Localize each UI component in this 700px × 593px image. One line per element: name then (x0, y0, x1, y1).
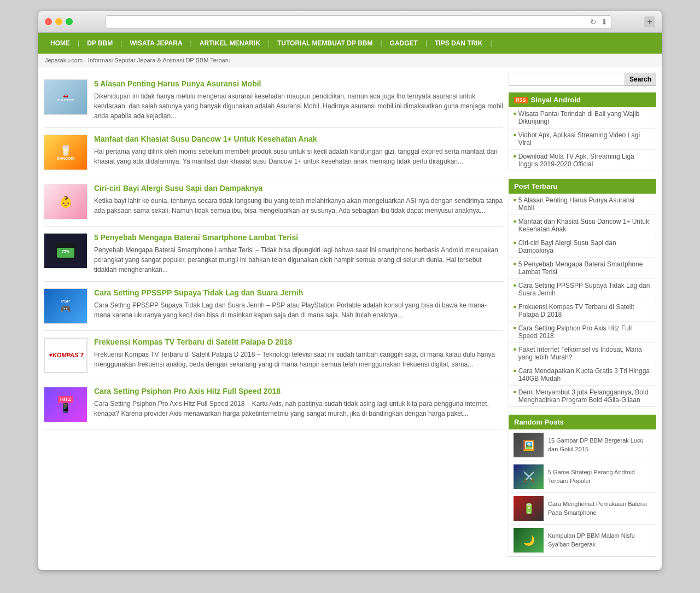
random-title[interactable]: 5 Game Strategi Perang Android Terbaru P… (548, 468, 651, 485)
sinyal-android-section: RSS Sinyal Android Wisata Pantai Terinda… (509, 92, 656, 171)
post-link-3[interactable]: Ciri-ciri Bayi Alergi Susu Sapi dan Damp… (518, 239, 651, 254)
article-content: Cara Setting Psiphon Pro Axis Hitz Full … (94, 387, 503, 418)
article-text: Penyebab Mengapa Baterai Smartphone Lamb… (94, 245, 503, 275)
list-item: Manfaat dan Khasiat Susu Dancow 1+ Untuk… (509, 215, 656, 236)
article-title[interactable]: Cara Setting Psiphon Pro Axis Hitz Full … (94, 387, 503, 396)
list-item: 5 Alasan Penting Harus Punya Asuransi Mo… (509, 194, 656, 215)
article-title[interactable]: Manfaat dan Khasiat Susu Dancow 1+ Untuk… (94, 135, 503, 143)
post-link-1[interactable]: 5 Alasan Penting Harus Punya Asuransi Mo… (518, 196, 651, 212)
random-thumb: 🌙 (514, 528, 544, 553)
browser-window: ↻ ⬇ + HOME | DP BBM | WISATA JEPARA | AR… (38, 11, 662, 570)
list-item: 5 Penyebab Mengapa Baterai Smartphone La… (509, 258, 656, 279)
article-text: Frekuensi Kompas TV Terbaru di Satelit P… (94, 350, 503, 369)
sinyal-link-3[interactable]: Download Mola TV Apk, Streaming Liga Ing… (518, 153, 651, 168)
article-title[interactable]: Cara Setting PPSSPP Supaya Tidak Lag dan… (94, 288, 503, 297)
article-thumb: 🚗 Insurance (44, 79, 88, 115)
random-post-item: 🖼️ 15 Gambar DP BBM Bergerak Lucu dan Go… (509, 429, 656, 461)
minimize-button[interactable] (55, 18, 62, 25)
url-bar[interactable]: ↻ ⬇ (106, 15, 611, 28)
sidebar: Search RSS Sinyal Android Wisata Pantai … (509, 73, 656, 565)
article-title[interactable]: 5 Penyebab Mengapa Baterai Smartphone La… (94, 233, 503, 242)
article-title[interactable]: 5 Alasan Penting Harus Punya Asuransi Mo… (94, 79, 503, 88)
article-item: HITZ 📱 Cara Setting Psiphon Pro Axis Hit… (44, 380, 503, 429)
post-terbaru-title: Post Terbaru (514, 182, 557, 190)
post-terbaru-header: Post Terbaru (509, 179, 656, 194)
random-posts-section: Random Posts 🖼️ 15 Gambar DP BBM Bergera… (509, 415, 656, 557)
rss-icon: RSS (514, 97, 528, 103)
new-tab-button[interactable]: + (644, 16, 655, 27)
article-title[interactable]: Frekuensi Kompas TV Terbaru di Satelit P… (94, 338, 503, 346)
nav-sep-7: | (490, 39, 492, 47)
random-title[interactable]: Cara Menghemat Pemakaian Baterai Pada Sm… (548, 500, 651, 517)
article-item: 🚗 Insurance 5 Alasan Penting Harus Punya… (44, 73, 503, 128)
nav-item-tutorial[interactable]: TUTORIAL MEMBUAT DP BBM (270, 33, 380, 54)
nav-item-wisata[interactable]: WISATA JEPARA (122, 33, 190, 54)
article-text: Dikehidupan ini tidak hanya melulu menge… (94, 91, 503, 121)
list-item: Cara Setting PPSSPP Supaya Tidak Lag dan… (509, 279, 656, 300)
post-terbaru-section: Post Terbaru 5 Alasan Penting Harus Puny… (509, 179, 656, 407)
download-icon[interactable]: ⬇ (601, 18, 608, 26)
random-posts-title: Random Posts (514, 418, 564, 426)
post-link-9[interactable]: Cara Mendapatkan Kuota Gratis 3 Tri Hing… (518, 367, 651, 382)
list-item: Demi Menyambut 3 juta Pelanggannya, Bold… (509, 386, 656, 406)
post-link-5[interactable]: Cara Setting PPSSPP Supaya Tidak Lag dan… (518, 282, 651, 297)
article-thumb: 75% (44, 233, 88, 269)
sinyal-android-header: RSS Sinyal Android (509, 92, 656, 107)
article-content: Frekuensi Kompas TV Terbaru di Satelit P… (94, 338, 503, 369)
article-title[interactable]: Ciri-ciri Bayi Alergi Susu Sapi dan Damp… (94, 184, 503, 193)
article-content: 5 Alasan Penting Harus Punya Asuransi Mo… (94, 79, 503, 121)
list-item: Vidhot Apk, Aplikasi Streaming Video Lag… (509, 129, 656, 150)
article-content: 5 Penyebab Mengapa Baterai Smartphone La… (94, 233, 503, 275)
post-link-8[interactable]: Paket Internet Telkomsel vs Indosat, Man… (518, 346, 651, 361)
url-bar-icons: ↻ ⬇ (590, 18, 608, 26)
breadcrumb: Jeparaku.com - Informasi Seputar Jepara … (38, 54, 662, 67)
article-text: Ketika bayi lahir ke dunia, tentunya sec… (94, 196, 503, 216)
article-thumb: 🥛 DANCOW (44, 135, 88, 170)
article-thumb: PSP 🎮 (44, 288, 88, 324)
post-terbaru-list: 5 Alasan Penting Harus Punya Asuransi Mo… (509, 194, 656, 407)
random-post-item: 🌙 Kumpulan DP BBM Malam Nisfu Sya'ban Be… (509, 525, 656, 556)
list-item: Download Mola TV Apk, Streaming Liga Ing… (509, 150, 656, 171)
article-thumb: HITZ 📱 (44, 387, 88, 422)
post-link-7[interactable]: Cara Setting Psiphon Pro Axis Hitz Full … (518, 324, 651, 340)
post-link-10[interactable]: Demi Menyambut 3 juta Pelanggannya, Bold… (518, 388, 651, 404)
article-text: Cara Setting PPSSPP Supaya Tidak Lag dan… (94, 300, 503, 320)
article-content: Manfaat dan Khasiat Susu Dancow 1+ Untuk… (94, 135, 503, 166)
random-post-item: ⚔️ 5 Game Strategi Perang Android Terbar… (509, 461, 656, 493)
maximize-button[interactable] (66, 18, 73, 25)
browser-titlebar: ↻ ⬇ + (38, 11, 662, 33)
random-thumb: 🖼️ (514, 433, 544, 457)
post-link-6[interactable]: Frekuensi Kompas TV Terbaru di Satelit P… (518, 303, 651, 318)
article-text: Hal pertama yang dilirik oleh moms sebel… (94, 147, 503, 166)
list-item: Wisata Pantai Terindah di Bali yang Waji… (509, 107, 656, 129)
article-text: Cara Setting Psiphon Pro Axis Hitz Full … (94, 399, 503, 418)
post-link-4[interactable]: 5 Penyebab Mengapa Baterai Smartphone La… (518, 260, 651, 276)
random-title[interactable]: Kumpulan DP BBM Malam Nisfu Sya'ban Berg… (548, 532, 651, 549)
random-posts-list: 🖼️ 15 Gambar DP BBM Bergerak Lucu dan Go… (509, 429, 656, 557)
sinyal-android-list: Wisata Pantai Terindah di Bali yang Waji… (509, 107, 656, 171)
random-title[interactable]: 15 Gambar DP BBM Bergerak Lucu dan Gokil… (548, 437, 651, 454)
nav-item-artikel[interactable]: ARTIKEL MENARIK (192, 33, 268, 54)
article-thumb: 👶 (44, 184, 88, 219)
nav-item-home[interactable]: HOME (43, 33, 78, 54)
site-wrapper: HOME | DP BBM | WISATA JEPARA | ARTIKEL … (38, 33, 662, 570)
post-link-2[interactable]: Manfaat dan Khasiat Susu Dancow 1+ Untuk… (518, 218, 651, 233)
search-input[interactable] (509, 73, 625, 86)
article-item: 👶 Ciri-ciri Bayi Alergi Susu Sapi dan Da… (44, 177, 503, 226)
article-item: PSP 🎮 Cara Setting PPSSPP Supaya Tidak L… (44, 282, 503, 331)
sinyal-link-2[interactable]: Vidhot Apk, Aplikasi Streaming Video Lag… (518, 131, 651, 147)
sinyal-link-1[interactable]: Wisata Pantai Terindah di Bali yang Waji… (518, 110, 651, 125)
reload-icon[interactable]: ↻ (590, 18, 597, 26)
random-thumb: 🔋 (514, 496, 544, 521)
nav-item-dp-bbm[interactable]: DP BBM (79, 33, 120, 54)
close-button[interactable] (45, 18, 52, 25)
list-item: Cara Setting Psiphon Pro Axis Hitz Full … (509, 322, 656, 343)
main-layout: 🚗 Insurance 5 Alasan Penting Harus Punya… (38, 67, 662, 570)
search-button[interactable]: Search (625, 73, 656, 86)
sidebar-search: Search (509, 73, 656, 86)
nav-item-tips[interactable]: TIPS DAN TRIK (427, 33, 490, 54)
list-item: Cara Mendapatkan Kuota Gratis 3 Tri Hing… (509, 364, 656, 386)
sinyal-android-title: Sinyal Android (531, 96, 581, 104)
article-content: Ciri-ciri Bayi Alergi Susu Sapi dan Damp… (94, 184, 503, 216)
nav-item-gadget[interactable]: GADGET (382, 33, 425, 54)
